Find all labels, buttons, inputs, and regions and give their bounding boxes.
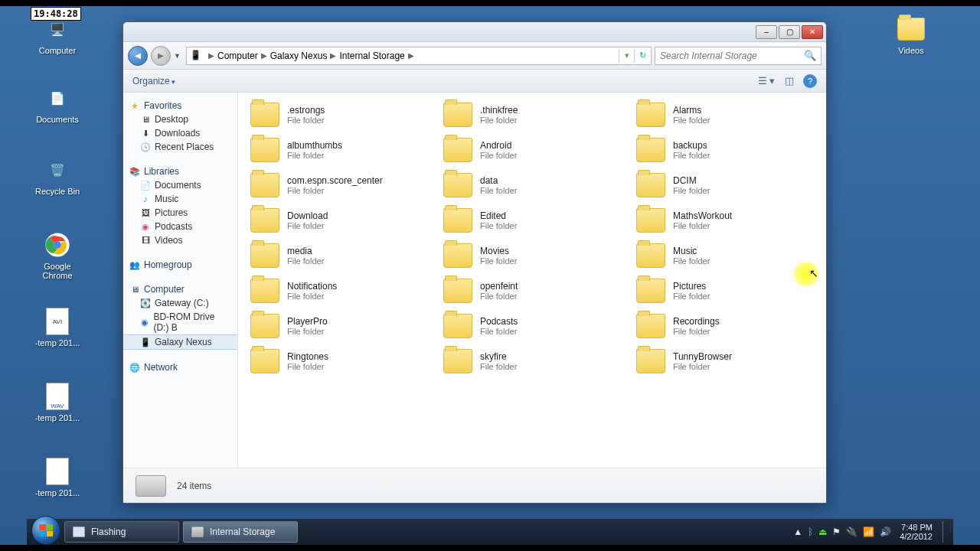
folder-item[interactable]: .thinkfreeFile folder (440, 100, 624, 129)
sidebar-libraries[interactable]: 📚Libraries (123, 165, 237, 178)
desktop-icon-temp-txt[interactable]: -temp 201... (31, 456, 84, 497)
folder-item[interactable]: RingtonesFile folder (247, 347, 431, 376)
folder-item[interactable]: EditedFile folder (440, 206, 624, 235)
folder-item[interactable]: .estrongsFile folder (247, 100, 431, 129)
folder-icon (250, 243, 279, 268)
folder-item[interactable]: DownloadFile folder (247, 206, 431, 235)
content-pane[interactable]: .estrongsFile folder.thinkfreeFile folde… (238, 93, 826, 468)
desktop-icon-documents[interactable]: 📄 Documents (31, 83, 84, 124)
view-mode-button[interactable]: ☰ ▾ (757, 73, 776, 89)
taskbar-item-internal-storage[interactable]: Internal Storage (183, 521, 298, 543)
sidebar-item-galaxy-nexus[interactable]: 📱Galaxy Nexus (123, 334, 237, 350)
drive-icon: 💽 (140, 298, 151, 308)
sidebar-item-recent[interactable]: 🕓Recent Places (123, 140, 237, 154)
breadcrumb-device[interactable]: Galaxy Nexus (270, 51, 328, 61)
folder-item[interactable]: albumthumbsFile folder (247, 135, 431, 165)
tray-bluetooth-icon[interactable]: ᛒ (808, 527, 813, 537)
show-desktop-button[interactable] (942, 521, 949, 543)
sidebar-item-documents[interactable]: 📄Documents (123, 178, 237, 192)
sidebar-item-videos[interactable]: 🎞Videos (123, 233, 237, 247)
folder-item[interactable]: skyfireFile folder (440, 347, 624, 376)
sidebar-computer[interactable]: 🖥Computer (123, 282, 237, 296)
breadcrumb-computer[interactable]: Computer (217, 51, 258, 61)
folder-item[interactable]: MoviesFile folder (440, 241, 624, 270)
device-thumb-icon (136, 475, 166, 497)
sidebar-network[interactable]: 🌐Network (123, 360, 237, 374)
breadcrumb-dropdown[interactable]: ▾ (619, 49, 632, 63)
folder-item[interactable]: PodcastsFile folder (440, 311, 624, 341)
refresh-button[interactable]: ↻ (634, 49, 648, 63)
network-icon: 🌐 (129, 362, 140, 373)
history-dropdown[interactable]: ▼ (174, 52, 183, 60)
taskbar-clock[interactable]: 7:48 PM 4/2/2012 (900, 523, 933, 541)
forward-button[interactable]: ► (151, 46, 171, 66)
sidebar-item-downloads[interactable]: ⬇Downloads (123, 126, 237, 140)
folder-item[interactable]: AlarmsFile folder (633, 100, 817, 129)
search-box[interactable]: 🔍 (655, 47, 822, 65)
search-input[interactable] (660, 51, 804, 61)
folder-name: MathsWorkout (673, 210, 732, 221)
search-icon[interactable]: 🔍 (804, 50, 816, 61)
folder-icon (250, 279, 279, 303)
music-icon: ♪ (140, 194, 151, 204)
sidebar-item-desktop[interactable]: 🖥Desktop (123, 112, 237, 126)
close-button[interactable]: ✕ (802, 25, 823, 39)
folder-type: File folder (287, 221, 328, 230)
avi-file-icon: AVI (42, 306, 73, 337)
item-count: 24 items (177, 481, 211, 491)
folder-item[interactable]: openfeintFile folder (440, 276, 624, 305)
desktop-icon-temp-wav[interactable]: WAV -temp 201... (31, 381, 84, 422)
folder-item[interactable]: PlayerProFile folder (247, 311, 431, 341)
desktop-icon-chrome[interactable]: Google Chrome (31, 230, 84, 280)
tray-safely-remove-icon[interactable]: ⏏ (818, 527, 827, 537)
folder-item[interactable]: PicturesFile folder (633, 276, 817, 305)
folder-item[interactable]: mediaFile folder (247, 241, 431, 270)
sidebar-item-bdrom[interactable]: ◉BD-ROM Drive (D:) B (123, 310, 237, 334)
help-button[interactable]: ? (803, 74, 817, 88)
nav-toolbar: ◄ ► ▼ 📱 ▶ Computer ▶ Galaxy Nexus ▶ Inte… (123, 42, 826, 70)
minimize-button[interactable]: – (756, 25, 777, 39)
wav-file-icon: WAV (42, 381, 73, 412)
start-button[interactable] (31, 516, 60, 545)
folder-item[interactable]: RecordingsFile folder (633, 311, 817, 341)
tray-show-hidden[interactable]: ▲ (793, 527, 802, 537)
desktop-icon-recycle-bin[interactable]: 🗑️ Recycle Bin (31, 155, 84, 196)
sidebar-item-podcasts[interactable]: ◉Podcasts (123, 220, 237, 233)
recent-icon: 🕓 (140, 142, 151, 152)
breadcrumb[interactable]: 📱 ▶ Computer ▶ Galaxy Nexus ▶ Internal S… (186, 47, 652, 65)
preview-pane-button[interactable]: ◫ (780, 73, 799, 89)
titlebar[interactable]: – ▢ ✕ (123, 22, 826, 42)
folder-item[interactable]: com.espn.score_centerFile folder (247, 171, 431, 200)
folder-item[interactable]: backupsFile folder (633, 135, 817, 165)
tray-power-icon[interactable]: 🔌 (846, 527, 858, 537)
organize-menu[interactable]: Organize (132, 76, 175, 86)
folder-icon (896, 14, 926, 44)
folder-name: media (287, 246, 324, 256)
sidebar-item-drive-c[interactable]: 💽Gateway (C:) (123, 296, 237, 310)
folder-name: PlayerPro (287, 316, 328, 327)
navigation-pane: ★Favorites 🖥Desktop ⬇Downloads 🕓Recent P… (123, 93, 238, 468)
device-icon: 📱 (190, 50, 202, 62)
folder-item[interactable]: TunnyBrowserFile folder (633, 347, 817, 376)
folder-item[interactable]: DCIMFile folder (633, 171, 817, 200)
tray-network-icon[interactable]: 📶 (863, 527, 874, 537)
breadcrumb-storage[interactable]: Internal Storage (339, 51, 404, 61)
folder-type: File folder (480, 292, 518, 301)
sidebar-favorites[interactable]: ★Favorites (123, 99, 237, 112)
desktop-icon-videos[interactable]: Videos (884, 14, 938, 55)
tray-action-center-icon[interactable]: ⚑ (832, 527, 841, 537)
folder-icon (636, 243, 665, 268)
tray-volume-icon[interactable]: 🔊 (880, 527, 891, 537)
sidebar-homegroup[interactable]: 👥Homegroup (123, 258, 237, 272)
folder-item[interactable]: AndroidFile folder (440, 135, 624, 165)
taskbar-item-flashing[interactable]: Flashing (64, 521, 179, 543)
folder-item[interactable]: MusicFile folder (633, 241, 817, 270)
maximize-button[interactable]: ▢ (779, 25, 800, 39)
sidebar-item-music[interactable]: ♪Music (123, 192, 237, 206)
sidebar-item-pictures[interactable]: 🖼Pictures (123, 206, 237, 220)
folder-item[interactable]: MathsWorkoutFile folder (633, 206, 817, 235)
desktop-icon-temp-avi[interactable]: AVI -temp 201... (31, 306, 84, 347)
folder-item[interactable]: dataFile folder (440, 171, 624, 200)
folder-item[interactable]: NotificationsFile folder (247, 276, 431, 305)
back-button[interactable]: ◄ (128, 46, 148, 66)
